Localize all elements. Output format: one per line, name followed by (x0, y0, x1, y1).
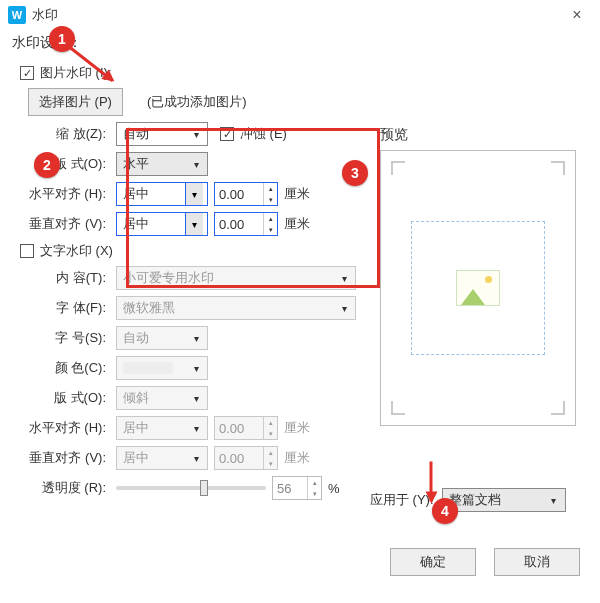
valign-label: 垂直对齐 (V): (0, 215, 110, 233)
chevron-down-icon: ▾ (547, 495, 561, 506)
annotation-callout-2: 2 (34, 152, 60, 178)
size-combo: 自动 ▾ (116, 326, 208, 350)
text-halign-row: 水平对齐 (H): 居中 ▾ 0.00 ▴▾ 厘米 (0, 416, 376, 440)
image-watermark-row: ✓ 图片水印 (I): (0, 64, 376, 82)
spinner-arrows[interactable]: ▴▾ (307, 477, 321, 499)
titlebar: W 水印 × (0, 0, 600, 30)
size-row: 字 号(S): 自动 ▾ (0, 326, 376, 350)
opacity-slider[interactable] (116, 486, 266, 490)
spinner-arrows: ▴▾ (263, 417, 277, 439)
preview-content-area (411, 221, 545, 355)
footer-buttons: 确定 取消 (390, 548, 580, 576)
annotation-arrow-icon (430, 462, 433, 502)
image-placeholder-icon (456, 270, 500, 306)
text-layout-row: 版 式(O): 倾斜 ▾ (0, 386, 376, 410)
text-valign-unit: 厘米 (284, 449, 310, 467)
text-watermark-checkbox[interactable] (20, 244, 34, 258)
text-halign-offset-spinner: 0.00 ▴▾ (214, 416, 278, 440)
font-value: 微软雅黑 (123, 299, 175, 317)
content-label: 内 容(T): (0, 269, 110, 287)
opacity-value: 56 (277, 481, 291, 496)
image-added-message: (已成功添加图片) (147, 93, 247, 111)
crop-corner-icon (391, 401, 405, 415)
text-halign-offset-value: 0.00 (219, 421, 244, 436)
scale-label: 缩 放(Z): (0, 125, 110, 143)
chevron-down-icon: ▾ (189, 333, 203, 344)
chevron-down-icon: ▾ (189, 393, 203, 404)
text-halign-combo: 居中 ▾ (116, 416, 208, 440)
color-swatch (123, 362, 173, 374)
font-row: 字 体(F): 微软雅黑 ▾ (0, 296, 376, 320)
color-row: 颜 色(C): ▾ (0, 356, 376, 380)
opacity-spinner[interactable]: 56 ▴▾ (272, 476, 322, 500)
text-valign-combo: 居中 ▾ (116, 446, 208, 470)
text-halign-value: 居中 (123, 419, 149, 437)
chevron-down-icon: ▾ (189, 453, 203, 464)
text-valign-label: 垂直对齐 (V): (0, 449, 110, 467)
halign-label: 水平对齐 (H): (0, 185, 110, 203)
preview-box (380, 150, 576, 426)
text-layout-label: 版 式(O): (0, 389, 110, 407)
opacity-label: 透明度 (R): (0, 479, 110, 497)
cancel-button[interactable]: 取消 (494, 548, 580, 576)
font-label: 字 体(F): (0, 299, 110, 317)
size-label: 字 号(S): (0, 329, 110, 347)
preview-pane: 预览 (380, 126, 590, 426)
image-watermark-checkbox[interactable]: ✓ (20, 66, 34, 80)
text-valign-value: 居中 (123, 449, 149, 467)
color-label: 颜 色(C): (0, 359, 110, 377)
color-combo: ▾ (116, 356, 208, 380)
annotation-callout-3: 3 (342, 160, 368, 186)
window-title: 水印 (32, 6, 556, 24)
text-valign-row: 垂直对齐 (V): 居中 ▾ 0.00 ▴▾ 厘米 (0, 446, 376, 470)
opacity-row: 透明度 (R): 56 ▴▾ % (0, 476, 376, 500)
crop-corner-icon (551, 401, 565, 415)
ok-button[interactable]: 确定 (390, 548, 476, 576)
size-value: 自动 (123, 329, 149, 347)
text-layout-value: 倾斜 (123, 389, 149, 407)
text-halign-unit: 厘米 (284, 419, 310, 437)
chevron-down-icon: ▾ (189, 363, 203, 374)
crop-corner-icon (551, 161, 565, 175)
crop-corner-icon (391, 161, 405, 175)
text-halign-label: 水平对齐 (H): (0, 419, 110, 437)
close-button[interactable]: × (562, 6, 592, 24)
slider-thumb[interactable] (200, 480, 208, 496)
opacity-unit: % (328, 481, 340, 496)
spinner-arrows: ▴▾ (263, 447, 277, 469)
annotation-box (126, 128, 380, 288)
apply-label: 应用于 (Y): (370, 491, 434, 509)
preview-title: 预览 (380, 126, 590, 144)
apply-combo[interactable]: 整篇文档 ▾ (442, 488, 566, 512)
text-watermark-label: 文字水印 (X) (40, 242, 113, 260)
text-valign-offset-spinner: 0.00 ▴▾ (214, 446, 278, 470)
choose-image-button[interactable]: 选择图片 (P) (28, 88, 123, 116)
text-layout-combo: 倾斜 ▾ (116, 386, 208, 410)
chevron-down-icon: ▾ (189, 423, 203, 434)
text-valign-offset-value: 0.00 (219, 451, 244, 466)
chevron-down-icon: ▾ (337, 303, 351, 314)
font-combo: 微软雅黑 ▾ (116, 296, 356, 320)
apply-row: 应用于 (Y): 整篇文档 ▾ (370, 488, 590, 512)
app-icon: W (8, 6, 26, 24)
choose-image-row: 选择图片 (P) (已成功添加图片) (0, 88, 376, 116)
